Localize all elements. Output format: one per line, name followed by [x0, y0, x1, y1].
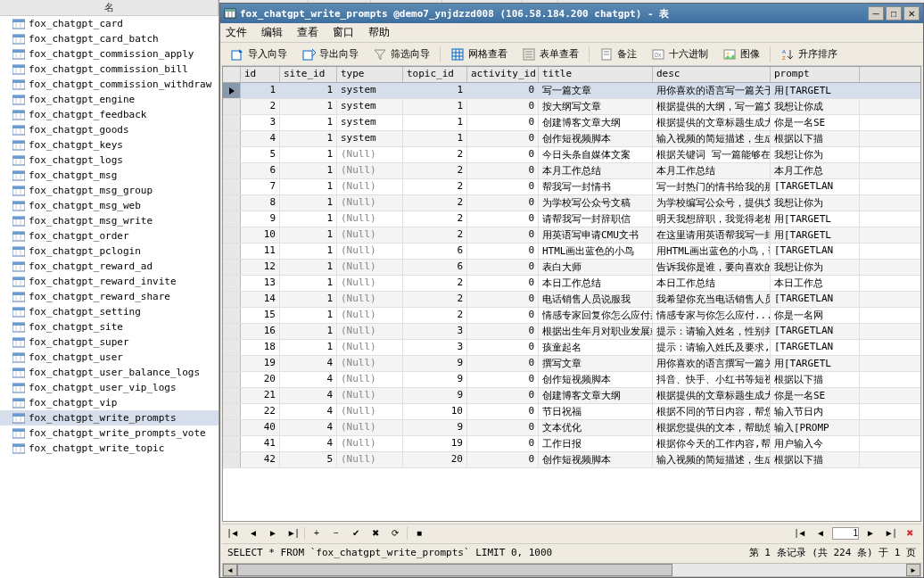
cell-title[interactable]: 孩童起名	[539, 340, 653, 355]
page-prev[interactable]: ◄	[813, 526, 829, 541]
row-header[interactable]	[223, 292, 241, 307]
cell-title[interactable]: 按大纲写文章	[539, 99, 653, 114]
cell-prompt[interactable]: 你是一名SE	[771, 115, 860, 130]
cell-desc[interactable]: 写一封热门的情书给我的那	[653, 179, 771, 194]
table-row[interactable]: 91(Null)20请帮我写一封辞职信明天我想辞职，我觉得老板用[TARGETL	[223, 211, 920, 227]
tree-item[interactable]: fox_chatgpt_vip	[0, 395, 219, 410]
row-header[interactable]	[223, 356, 241, 371]
cell-desc[interactable]: 本月工作总结	[653, 163, 771, 178]
cell-desc[interactable]: 提示：请输入姓氏及要求,?	[653, 340, 771, 355]
cell-activity-id[interactable]: 0	[467, 131, 539, 146]
cell-prompt[interactable]: 我想让你为	[771, 147, 860, 162]
cell-title[interactable]: 用英语写申请CMU文书	[539, 227, 653, 243]
cell-topic-id[interactable]: 2	[403, 211, 467, 227]
cell-id[interactable]: 13	[241, 276, 280, 291]
cell-prompt[interactable]: 用[TARGETL	[771, 211, 860, 227]
cell-type[interactable]: system	[337, 99, 403, 114]
cell-site-id[interactable]: 4	[280, 388, 337, 403]
row-header[interactable]	[223, 99, 241, 114]
cell-id[interactable]: 3	[241, 115, 280, 130]
cell-site-id[interactable]: 1	[280, 115, 337, 130]
cell-title[interactable]: 今日头条自媒体文案	[539, 147, 653, 162]
cell-activity-id[interactable]: 0	[467, 276, 539, 291]
table-row[interactable]: 131(Null)20本日工作总结本日工作总结本日工作总	[223, 276, 920, 292]
cell-title[interactable]: 本月工作总结	[539, 163, 653, 178]
table-row[interactable]: 21system10按大纲写文章根据提供的大纲，写一篇文我想让你成	[223, 99, 920, 115]
tree-item[interactable]: fox_chatgpt_logs	[0, 153, 219, 168]
cell-type[interactable]: (Null)	[337, 388, 403, 403]
cell-prompt[interactable]: [TARGETLAN	[771, 292, 860, 307]
cell-prompt[interactable]: 用户输入今	[771, 436, 860, 451]
filter-wizard-button[interactable]: 筛选向导	[367, 45, 436, 64]
table-row[interactable]: 151(Null)20情感专家回复你怎么应付那情感专家与你怎么应付...你是一名…	[223, 308, 920, 324]
cell-type[interactable]: (Null)	[337, 211, 403, 227]
cell-topic-id[interactable]: 2	[403, 308, 467, 323]
nav-first[interactable]: |◄	[226, 526, 242, 541]
col-prompt[interactable]: prompt	[771, 67, 860, 82]
cell-title[interactable]: 撰写文章	[539, 356, 653, 371]
nav-stop[interactable]: ■	[411, 526, 427, 541]
cell-topic-id[interactable]: 2	[403, 195, 467, 211]
cell-desc[interactable]: 用你喜欢的语言撰写一篇关	[653, 356, 771, 371]
cell-id[interactable]: 5	[241, 147, 280, 162]
tree-item[interactable]: fox_chatgpt_goods	[0, 122, 219, 137]
cell-activity-id[interactable]: 0	[467, 420, 539, 435]
tree-item[interactable]: fox_chatgpt_setting	[0, 304, 219, 319]
row-header[interactable]	[223, 131, 241, 146]
tree-item[interactable]: fox_chatgpt_msg	[0, 168, 219, 183]
cell-topic-id[interactable]: 9	[403, 388, 467, 403]
cell-title[interactable]: 节日祝福	[539, 404, 653, 419]
cell-topic-id[interactable]: 9	[403, 356, 467, 371]
cell-desc[interactable]: 根据提供的文章标题生成大	[653, 115, 771, 130]
cell-type[interactable]: (Null)	[337, 452, 403, 467]
cell-prompt[interactable]: 本日工作总	[771, 276, 860, 291]
cell-desc[interactable]: 情感专家与你怎么应付...	[653, 308, 771, 323]
tree-header-name[interactable]: 名	[0, 0, 219, 15]
row-header[interactable]	[223, 211, 241, 227]
cell-activity-id[interactable]: 0	[467, 324, 539, 339]
tree-item[interactable]: fox_chatgpt_commission_apply	[0, 46, 219, 62]
cell-prompt[interactable]: 根据以下描	[771, 452, 860, 467]
cell-type[interactable]: (Null)	[337, 436, 403, 451]
nav-add[interactable]: +	[309, 526, 325, 541]
cell-topic-id[interactable]: 3	[403, 324, 467, 339]
tree-item[interactable]: fox_chatgpt_pclogin	[0, 244, 219, 259]
tree-item[interactable]: fox_chatgpt_msg_group	[0, 183, 219, 198]
form-view-button[interactable]: 表单查看	[516, 45, 585, 64]
cell-title[interactable]: 写一篇文章	[539, 83, 653, 98]
cell-prompt[interactable]: 我想让你成	[771, 99, 860, 114]
cell-site-id[interactable]: 1	[280, 324, 337, 339]
table-row[interactable]: 11system10写一篇文章用你喜欢的语言写一篇关于用[TARGETL	[223, 83, 920, 99]
cell-id[interactable]: 19	[241, 356, 280, 371]
nav-refresh[interactable]: ⟳	[387, 526, 403, 541]
page-first[interactable]: |◄	[793, 526, 809, 541]
table-row[interactable]: 71(Null)20帮我写一封情书写一封热门的情书给我的那[TARGETLAN	[223, 179, 920, 195]
cell-type[interactable]: (Null)	[337, 244, 403, 259]
cell-site-id[interactable]: 4	[280, 404, 337, 419]
cell-type[interactable]: (Null)	[337, 227, 403, 243]
row-header[interactable]	[223, 436, 241, 451]
cell-topic-id[interactable]: 10	[403, 404, 467, 419]
cell-id[interactable]: 10	[241, 227, 280, 243]
cell-type[interactable]: system	[337, 131, 403, 146]
cell-activity-id[interactable]: 0	[467, 404, 539, 419]
cell-activity-id[interactable]: 0	[467, 83, 539, 98]
cell-id[interactable]: 11	[241, 244, 280, 259]
cell-activity-id[interactable]: 0	[467, 260, 539, 275]
grid-view-button[interactable]: 网格查看	[444, 45, 514, 64]
grid-body[interactable]: 11system10写一篇文章用你喜欢的语言写一篇关于用[TARGETL21sy…	[223, 83, 920, 521]
tree-item[interactable]: fox_chatgpt_commission_bill	[0, 62, 219, 77]
cell-site-id[interactable]: 1	[280, 340, 337, 355]
table-row[interactable]: 204(Null)90创作短视频脚本抖音、快手、小红书等短视根据以下描	[223, 372, 920, 388]
cell-site-id[interactable]: 1	[280, 308, 337, 323]
nav-apply[interactable]: ✔	[348, 526, 364, 541]
cell-title[interactable]: HTML画出蓝色的小鸟	[539, 244, 653, 259]
cell-id[interactable]: 16	[241, 324, 280, 339]
cell-id[interactable]: 41	[241, 436, 280, 451]
cell-title[interactable]: 表白大师	[539, 260, 653, 275]
cell-site-id[interactable]: 1	[280, 99, 337, 114]
cell-title[interactable]: 创建博客文章大纲	[539, 115, 653, 130]
cell-type[interactable]: (Null)	[337, 372, 403, 387]
tree-item[interactable]: fox_chatgpt_user_balance_logs	[0, 365, 219, 380]
cell-topic-id[interactable]: 1	[403, 83, 467, 98]
